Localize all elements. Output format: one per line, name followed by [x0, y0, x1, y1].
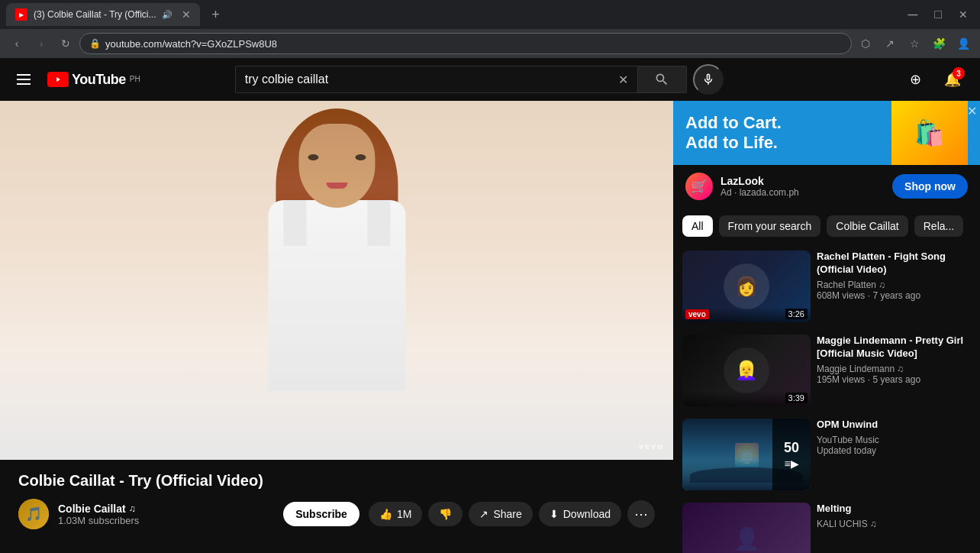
video-thumbnail: vevo	[0, 101, 673, 460]
rec-channel-2: Maggie Lindemann ♫	[817, 364, 971, 374]
window-minimize-icon[interactable]: ─	[902, 7, 924, 23]
playlist-queue-icon: ≡▶	[784, 458, 798, 470]
ad-main-text: Add to Cart.Add to Life.	[685, 113, 782, 154]
rec-meta-1: 608M views · 7 years ago	[817, 290, 971, 301]
more-actions-button[interactable]: ⋯	[627, 500, 655, 528]
search-icon	[654, 72, 669, 87]
rec-title-opm: OPM Unwind	[817, 419, 971, 432]
rec-info-opm: OPM Unwind YouTube Music Updated today	[817, 419, 971, 490]
rec-meta-opm: Updated today	[817, 445, 971, 456]
music-note-icon: ♫	[129, 503, 136, 514]
header-right: ⊕ 🔔 3	[901, 64, 968, 95]
search-bar: ✕	[235, 66, 638, 93]
rec-info-1: Rachel Platten - Fight Song (Official Vi…	[817, 251, 971, 322]
thumbs-down-icon: 👎	[439, 508, 452, 520]
yt-country-badge: PH	[130, 75, 140, 83]
channel-name[interactable]: Colbie Caillat ♫	[58, 503, 274, 515]
rec-thumb-2: 👱‍♀️ 3:39	[682, 335, 811, 406]
profile-icon[interactable]: 👤	[953, 33, 974, 54]
rec-video-opm-unwind[interactable]: 🌅 50 ≡▶ OPM Unwind YouTube Music Updated…	[673, 412, 980, 496]
forward-button[interactable]: ›	[31, 33, 52, 54]
ad-image: 🛍️	[891, 101, 968, 165]
ad-close-button[interactable]: ✕	[967, 104, 977, 118]
lock-icon: 🔒	[89, 38, 101, 49]
download-button[interactable]: ⬇ Download	[539, 502, 621, 526]
new-tab-button[interactable]: +	[205, 4, 226, 25]
rec-video-rachel-platten[interactable]: 👩 3:26 vevo Rachel Platten - Fight Song …	[673, 244, 980, 328]
reload-button[interactable]: ↻	[55, 33, 76, 54]
rec-title-1: Rachel Platten - Fight Song (Official Vi…	[817, 251, 971, 276]
rec-channel-opm: YouTube Music	[817, 435, 971, 445]
rec-video-melting[interactable]: 👤 Melting KALI UCHIS ♫	[673, 496, 980, 553]
rec-title-2: Maggie Lindemann - Pretty Girl [Official…	[817, 335, 971, 361]
rec-meta-2: 195M views · 5 years ago	[817, 374, 971, 385]
yt-header: YouTube PH ✕ ⊕ 🔔 3	[0, 58, 980, 101]
hamburger-menu[interactable]	[12, 70, 35, 89]
ad-text: Add to Cart.Add to Life.	[685, 113, 782, 154]
channel-info: Colbie Caillat ♫ 1.03M subscribers	[58, 503, 274, 526]
tab-close-icon[interactable]: ✕	[182, 8, 191, 21]
bookmark-icon[interactable]: ☆	[904, 33, 925, 54]
notification-badge: 3	[953, 67, 965, 79]
download-icon: ⬇	[550, 508, 559, 520]
active-tab[interactable]: ▶ (3) Colbie Caillat - Try (Offici... 🔊 …	[6, 3, 200, 26]
rec-video-maggie-lindemann[interactable]: 👱‍♀️ 3:39 Maggie Lindemann - Pretty Girl…	[673, 328, 980, 412]
video-player[interactable]: vevo	[0, 101, 673, 460]
rec-duration-1: 3:26	[785, 309, 808, 319]
extension-icon[interactable]: 🧩	[928, 33, 949, 54]
chip-colbie-caillat[interactable]: Colbie Caillat	[827, 215, 907, 237]
dislike-button[interactable]: 👎	[428, 502, 463, 526]
address-text: youtube.com/watch?v=GXoZLPSw8U8	[105, 38, 277, 50]
dot-separator: ·	[734, 187, 740, 198]
video-area: vevo Colbie Caillat - Try (Official Vide…	[0, 101, 673, 553]
browser-tab-bar: ▶ (3) Colbie Caillat - Try (Offici... 🔊 …	[0, 0, 980, 29]
create-video-button[interactable]: ⊕	[901, 64, 931, 95]
yt-logo-icon	[47, 72, 69, 87]
rec-thumb-1: 👩 3:26 vevo	[682, 251, 811, 322]
rec-title-melting: Melting	[817, 503, 971, 516]
search-clear-icon[interactable]: ✕	[618, 73, 628, 87]
chip-from-search[interactable]: From your search	[719, 215, 821, 237]
lazlook-info: LazLook Ad · lazada.com.ph	[720, 175, 885, 198]
vevo-watermark: vevo	[639, 441, 664, 451]
rec-duration-2: 3:39	[785, 393, 808, 403]
channel-row: 🎵 Colbie Caillat ♫ 1.03M subscribers Sub…	[18, 499, 655, 529]
lazlook-ad-row: 🛒 LazLook Ad · lazada.com.ph Shop now	[673, 165, 980, 208]
search-button[interactable]	[638, 66, 687, 93]
yt-logo[interactable]: YouTube PH	[47, 72, 140, 88]
like-button[interactable]: 👍 1M	[369, 502, 422, 526]
music-note-icon-2: ♫	[897, 364, 904, 374]
rec-info-melting: Melting KALI UCHIS ♫	[817, 503, 971, 553]
back-button[interactable]: ‹	[6, 33, 27, 54]
shop-now-button[interactable]: Shop now	[892, 174, 968, 199]
chip-related[interactable]: Rela...	[914, 215, 963, 237]
search-input[interactable]	[245, 73, 618, 86]
lazlook-meta: Ad · lazada.com.ph	[720, 187, 885, 198]
channel-avatar[interactable]: 🎵	[18, 499, 49, 529]
share-browser-icon[interactable]: ↗	[879, 33, 901, 54]
lazlook-brand[interactable]: LazLook	[720, 175, 885, 187]
video-info: Colbie Caillat - Try (Official Video) 🎵 …	[0, 460, 673, 542]
notification-button[interactable]: 🔔 3	[937, 64, 968, 95]
lazlook-avatar: 🛒	[685, 173, 713, 200]
channel-subscribers: 1.03M subscribers	[58, 515, 274, 526]
main-content: vevo Colbie Caillat - Try (Official Vide…	[0, 101, 980, 553]
playlist-count-opm: 50	[784, 440, 799, 456]
address-bar[interactable]: 🔒 youtube.com/watch?v=GXoZLPSw8U8	[79, 33, 852, 54]
window-close-icon[interactable]: ✕	[953, 8, 974, 21]
rec-thumb-melting: 👤	[682, 503, 811, 553]
filter-chips: All From your search Colbie Caillat Rela…	[673, 208, 980, 244]
svg-marker-0	[56, 77, 60, 82]
share-button[interactable]: ↗ Share	[469, 502, 532, 526]
subscribe-button[interactable]: Subscribe	[283, 502, 359, 526]
share-icon: ↗	[479, 508, 488, 520]
chip-all[interactable]: All	[682, 215, 713, 237]
cast-icon[interactable]: ⬡	[855, 33, 876, 54]
window-maximize-icon[interactable]: □	[928, 8, 948, 21]
rec-channel-melting: KALI UCHIS ♫	[817, 519, 971, 529]
music-note-icon-1: ♫	[878, 280, 885, 290]
rec-info-2: Maggie Lindemann - Pretty Girl [Official…	[817, 335, 971, 406]
mic-icon	[701, 73, 715, 86]
ad-banner: Add to Cart.Add to Life. 🛍️ ✕	[673, 101, 980, 165]
voice-search-button[interactable]	[693, 64, 724, 95]
